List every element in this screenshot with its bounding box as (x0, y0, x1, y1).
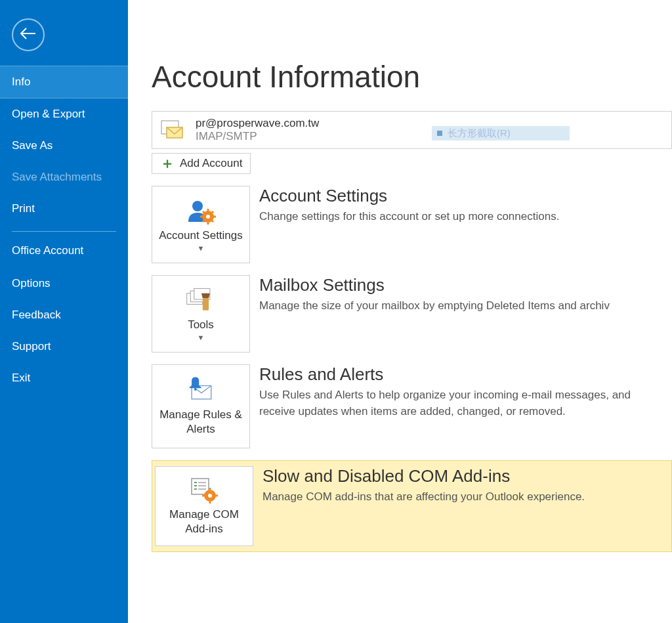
snip-overlay-text: 长方形截取(R) (448, 127, 511, 140)
svg-line-12 (203, 221, 204, 222)
section-text: Slow and Disabled COM Add-ins Manage COM… (262, 466, 671, 505)
sidebar-item-label: Info (12, 75, 30, 88)
add-account-label: Add Account (180, 157, 242, 170)
section-title: Account Settings (259, 186, 667, 206)
main-content: Account Information pr@prosperwave.com.t… (128, 0, 672, 623)
snip-dot-icon (437, 131, 442, 136)
sidebar-item-label: Options (12, 277, 51, 290)
chevron-down-icon: ▼ (198, 244, 205, 252)
sidebar-item-exit[interactable]: Exit (0, 362, 128, 394)
sidebar-item-label: Feedback (12, 309, 61, 321)
svg-rect-17 (203, 298, 209, 311)
add-account-button[interactable]: ＋ Add Account (152, 153, 251, 174)
section-text: Rules and Alerts Use Rules and Alerts to… (259, 364, 672, 419)
sidebar-item-label: Save Attachments (12, 171, 102, 183)
sidebar-item-label: Office Account (12, 244, 83, 257)
page-title: Account Information (152, 59, 672, 95)
sidebar-item-print[interactable]: Print (0, 193, 128, 225)
section-text: Mailbox Settings Manage the size of your… (259, 275, 672, 314)
account-protocol: IMAP/SMTP (196, 130, 319, 143)
section-text: Account Settings Change settings for thi… (259, 186, 672, 225)
sidebar-item-save-attachments: Save Attachments (0, 161, 128, 193)
sidebar-item-label: Print (12, 202, 35, 215)
sidebar-item-label: Open & Export (12, 108, 85, 120)
svg-point-3 (192, 201, 203, 211)
sidebar-item-label: Save As (12, 139, 52, 152)
chevron-down-icon: ▼ (198, 333, 205, 341)
sidebar-item-support[interactable]: Support (0, 331, 128, 362)
svg-line-10 (203, 211, 204, 213)
svg-point-29 (208, 494, 212, 498)
account-lines: pr@prosperwave.com.tw IMAP/SMTP (196, 117, 319, 143)
section-account-settings: Account Settings ▼ Account Settings Chan… (152, 186, 672, 263)
tile-label: Tools (188, 318, 214, 332)
plus-icon: ＋ (160, 156, 175, 171)
tile-label: Manage COM Add-ins (159, 507, 249, 536)
sidebar-item-open-export[interactable]: Open & Export (0, 98, 128, 130)
snip-overlay: 长方形截取(R) (432, 126, 570, 140)
section-desc: Change settings for this account or set … (259, 209, 667, 225)
sidebar-item-info[interactable]: Info (0, 66, 128, 98)
sidebar-item-options[interactable]: Options (0, 268, 128, 299)
svg-line-13 (212, 211, 213, 213)
tile-label: Account Settings (159, 228, 243, 243)
tile-label: Manage Rules & Alerts (156, 408, 245, 437)
section-title: Rules and Alerts (259, 364, 667, 385)
svg-line-11 (212, 221, 213, 222)
rules-alerts-icon (184, 376, 217, 404)
back-arrow-icon (20, 27, 37, 43)
sidebar-item-save-as[interactable]: Save As (0, 130, 128, 161)
backstage-sidebar: Info Open & Export Save As Save Attachme… (0, 0, 128, 623)
section-desc: Manage COM add-ins that are affecting yo… (262, 489, 666, 505)
tools-button[interactable]: Tools ▼ (152, 275, 250, 353)
sidebar-menu-top: Info Open & Export Save As Save Attachme… (0, 66, 128, 394)
account-settings-button[interactable]: Account Settings ▼ (152, 186, 250, 263)
sidebar-divider (12, 231, 116, 232)
com-addins-icon (188, 476, 220, 504)
account-settings-icon (184, 197, 217, 225)
svg-point-5 (206, 215, 210, 219)
mailbox-icon (159, 116, 188, 144)
back-button[interactable] (12, 18, 45, 51)
section-desc: Use Rules and Alerts to help organize yo… (259, 387, 667, 419)
account-selector[interactable]: pr@prosperwave.com.tw IMAP/SMTP 长方形截取(R) (152, 111, 672, 149)
manage-rules-alerts-button[interactable]: Manage Rules & Alerts (152, 364, 250, 448)
section-title: Slow and Disabled COM Add-ins (262, 466, 666, 486)
sidebar-item-label: Support (12, 340, 51, 353)
account-email: pr@prosperwave.com.tw (196, 117, 319, 130)
sidebar-item-feedback[interactable]: Feedback (0, 299, 128, 331)
section-mailbox-settings: Tools ▼ Mailbox Settings Manage the size… (152, 275, 672, 353)
section-desc: Manage the size of your mailbox by empty… (259, 298, 667, 314)
tools-icon (184, 286, 217, 314)
app-root: Info Open & Export Save As Save Attachme… (0, 0, 672, 623)
section-title: Mailbox Settings (259, 275, 667, 295)
manage-com-addins-button[interactable]: Manage COM Add-ins (155, 466, 253, 546)
sidebar-item-office-account[interactable]: Office Account (0, 234, 128, 268)
section-com-addins: Manage COM Add-ins Slow and Disabled COM… (152, 460, 672, 552)
sidebar-item-label: Exit (12, 372, 30, 384)
section-rules-alerts: Manage Rules & Alerts Rules and Alerts U… (152, 364, 672, 448)
